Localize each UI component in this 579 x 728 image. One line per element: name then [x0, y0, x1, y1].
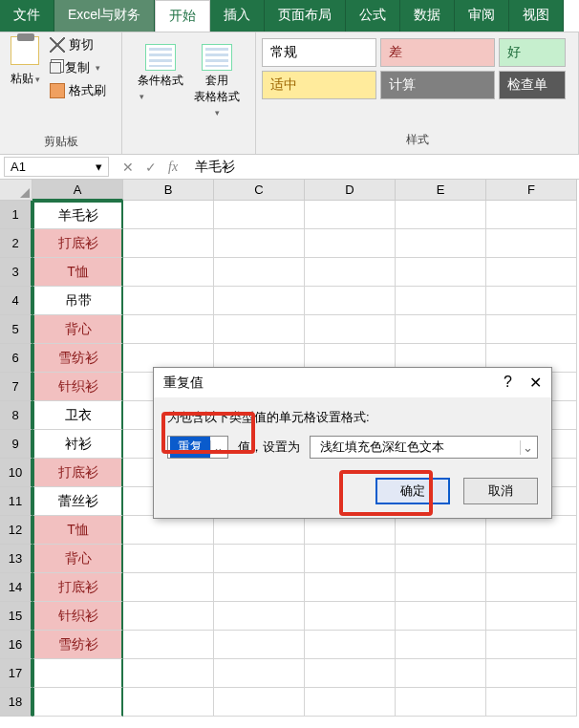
cell[interactable] — [214, 516, 305, 545]
cell[interactable] — [486, 201, 577, 229]
cell-style-calc[interactable]: 计算 — [380, 71, 495, 99]
row-header[interactable]: 9 — [0, 430, 32, 459]
col-header-B[interactable]: B — [123, 180, 214, 201]
cell-style-neutral[interactable]: 适中 — [262, 71, 376, 99]
cell[interactable]: 针织衫 — [32, 373, 123, 401]
row-header[interactable]: 12 — [0, 516, 32, 545]
cell[interactable] — [305, 315, 396, 344]
tab-insert[interactable]: 插入 — [210, 0, 265, 32]
row-header[interactable]: 17 — [0, 659, 32, 688]
name-box[interactable]: A1 ▾ — [4, 157, 109, 177]
cell[interactable] — [486, 229, 577, 258]
cell[interactable] — [486, 545, 577, 573]
cell[interactable] — [214, 659, 305, 688]
cell[interactable]: 背心 — [32, 315, 123, 344]
cell[interactable] — [486, 688, 577, 717]
cell[interactable] — [305, 287, 396, 315]
tab-data[interactable]: 数据 — [400, 0, 455, 32]
cell[interactable]: T恤 — [32, 516, 123, 545]
cell[interactable] — [396, 229, 486, 258]
cell[interactable] — [305, 201, 396, 229]
cell[interactable] — [486, 573, 577, 602]
format-painter-button[interactable]: 格式刷 — [50, 82, 106, 99]
format-select[interactable]: 浅红填充色深红色文本 ⌄ — [310, 436, 538, 459]
cell[interactable] — [486, 315, 577, 344]
cell[interactable] — [123, 573, 214, 602]
cell[interactable] — [396, 688, 486, 717]
cell[interactable]: 卫衣 — [32, 401, 123, 430]
cell[interactable]: 羊毛衫 — [32, 201, 123, 229]
cell[interactable] — [32, 659, 123, 688]
row-header[interactable]: 11 — [0, 487, 32, 516]
cell[interactable] — [123, 516, 214, 545]
cell[interactable] — [214, 258, 305, 287]
row-header[interactable]: 6 — [0, 344, 32, 373]
tab-home[interactable]: 开始 — [155, 0, 210, 32]
cell[interactable] — [305, 659, 396, 688]
cell-style-bad[interactable]: 差 — [380, 38, 495, 67]
col-header-D[interactable]: D — [305, 180, 396, 201]
cell[interactable] — [396, 201, 486, 229]
cell[interactable] — [305, 631, 396, 659]
enter-formula-icon[interactable]: ✓ — [145, 160, 157, 175]
cell[interactable] — [305, 573, 396, 602]
cell[interactable] — [32, 688, 123, 717]
cell[interactable] — [123, 287, 214, 315]
cell[interactable]: 背心 — [32, 545, 123, 573]
row-header[interactable]: 8 — [0, 401, 32, 430]
cell[interactable] — [214, 287, 305, 315]
help-icon[interactable]: ? — [504, 374, 512, 392]
col-header-E[interactable]: E — [396, 180, 486, 201]
cell[interactable] — [396, 516, 486, 545]
cell[interactable] — [396, 659, 486, 688]
cell[interactable] — [214, 688, 305, 717]
ok-button[interactable]: 确定 — [375, 478, 450, 504]
select-all-corner[interactable] — [0, 180, 32, 201]
cell[interactable]: 打底衫 — [32, 573, 123, 602]
cell[interactable] — [396, 258, 486, 287]
tab-formulas[interactable]: 公式 — [346, 0, 400, 32]
cell-style-good[interactable]: 好 — [499, 38, 566, 67]
cell[interactable] — [396, 545, 486, 573]
col-header-A[interactable]: A — [32, 180, 123, 201]
cell[interactable] — [396, 287, 486, 315]
cell[interactable]: 打底衫 — [32, 229, 123, 258]
cell[interactable] — [396, 631, 486, 659]
cell[interactable] — [123, 545, 214, 573]
copy-button[interactable]: 复制 — [50, 59, 106, 76]
cell[interactable] — [123, 659, 214, 688]
row-header[interactable]: 15 — [0, 602, 32, 631]
cell[interactable] — [123, 631, 214, 659]
cell[interactable]: 雪纺衫 — [32, 344, 123, 373]
cell[interactable] — [486, 659, 577, 688]
cut-button[interactable]: 剪切 — [50, 36, 106, 54]
cell[interactable] — [123, 315, 214, 344]
cell[interactable] — [396, 602, 486, 631]
cell-style-normal[interactable]: 常规 — [262, 38, 376, 67]
fx-icon[interactable]: fx — [168, 160, 178, 175]
tab-page-layout[interactable]: 页面布局 — [265, 0, 346, 32]
cell[interactable] — [305, 688, 396, 717]
cell[interactable]: 吊带 — [32, 287, 123, 315]
cell[interactable] — [214, 315, 305, 344]
cell[interactable] — [214, 573, 305, 602]
col-header-C[interactable]: C — [214, 180, 305, 201]
cell[interactable]: 针织衫 — [32, 602, 123, 631]
cell[interactable] — [486, 258, 577, 287]
cell[interactable] — [486, 287, 577, 315]
cell[interactable] — [305, 602, 396, 631]
cell[interactable]: 雪纺衫 — [32, 631, 123, 659]
cell[interactable] — [214, 201, 305, 229]
row-header[interactable]: 3 — [0, 258, 32, 287]
cell[interactable] — [214, 229, 305, 258]
row-header[interactable]: 16 — [0, 631, 32, 659]
cancel-button[interactable]: 取消 — [463, 478, 538, 504]
cell[interactable] — [123, 229, 214, 258]
cell[interactable] — [214, 545, 305, 573]
cell[interactable] — [486, 602, 577, 631]
tab-excel-finance[interactable]: Excel与财务 — [54, 0, 155, 32]
cell[interactable] — [305, 229, 396, 258]
value-type-select[interactable]: 重复 ⌄ — [167, 436, 228, 459]
cell[interactable] — [396, 315, 486, 344]
row-header[interactable]: 5 — [0, 315, 32, 344]
